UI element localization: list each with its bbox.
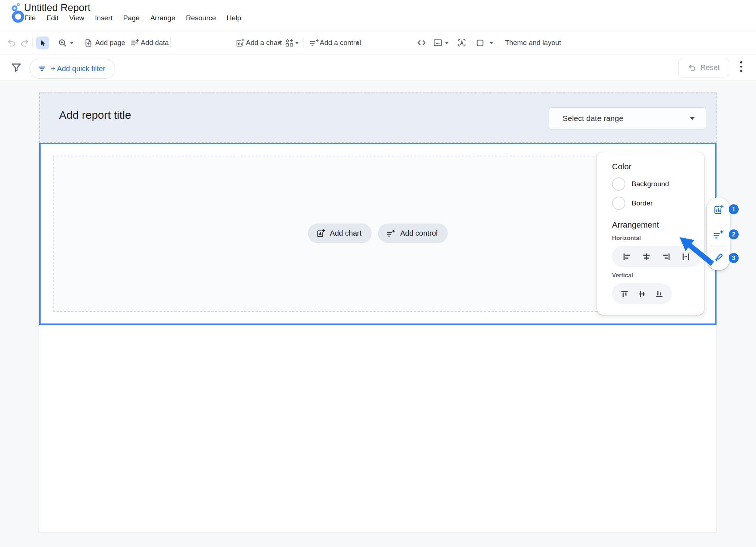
reset-undo-icon bbox=[688, 63, 697, 72]
background-label: Background bbox=[632, 180, 669, 188]
zoom-tool-icon[interactable] bbox=[58, 31, 68, 54]
vertical-align-group bbox=[612, 283, 672, 304]
date-range-label: Select date range bbox=[563, 114, 623, 123]
border-color-swatch[interactable] bbox=[612, 197, 625, 210]
report-canvas[interactable]: Add report title Select date range Add c… bbox=[0, 81, 756, 547]
image-caret-icon[interactable] bbox=[445, 31, 449, 54]
align-middle-icon[interactable] bbox=[637, 289, 647, 299]
add-chart-icon[interactable] bbox=[235, 31, 245, 54]
add-data-button[interactable]: Add data bbox=[141, 31, 169, 54]
undo-icon[interactable] bbox=[7, 31, 17, 54]
toolbar-divider bbox=[32, 38, 33, 48]
control-add-icon bbox=[386, 229, 395, 238]
background-color-swatch[interactable] bbox=[612, 177, 625, 191]
add-control-caret-icon[interactable] bbox=[355, 31, 360, 54]
add-page-icon[interactable] bbox=[84, 31, 93, 54]
date-range-control[interactable]: Select date range bbox=[549, 107, 706, 129]
add-a-chart-button[interactable]: Add a chart bbox=[246, 31, 282, 54]
arrangement-heading: Arrangement bbox=[612, 220, 704, 230]
text-icon[interactable] bbox=[457, 31, 467, 54]
redo-icon[interactable] bbox=[20, 31, 30, 54]
reset-label: Reset bbox=[700, 63, 719, 72]
toolbar-divider bbox=[499, 38, 499, 48]
report-title[interactable]: Untitled Report bbox=[24, 2, 90, 14]
toolbar-divider bbox=[170, 38, 171, 48]
align-center-horizontal-icon[interactable] bbox=[642, 252, 651, 262]
report-title-placeholder[interactable]: Add report title bbox=[59, 109, 131, 121]
menu-bar: File Edit View Insert Page Arrange Resou… bbox=[24, 14, 241, 22]
blue-arrow-cursor-icon bbox=[672, 231, 720, 269]
image-icon[interactable] bbox=[433, 31, 443, 54]
report-header-band[interactable]: Add report title Select date range bbox=[39, 93, 717, 143]
align-right-icon[interactable] bbox=[662, 252, 671, 262]
align-left-icon[interactable] bbox=[622, 252, 632, 262]
more-options-kebab-icon[interactable] bbox=[740, 61, 743, 72]
reset-button[interactable]: Reset bbox=[678, 58, 729, 77]
add-control-button[interactable]: Add control bbox=[378, 224, 448, 243]
menu-insert[interactable]: Insert bbox=[95, 14, 113, 22]
toolbar-divider bbox=[79, 38, 79, 48]
step-badge-1: 1 bbox=[729, 204, 739, 214]
cursor-icon bbox=[39, 39, 47, 47]
menu-view[interactable]: View bbox=[69, 14, 84, 22]
add-chart-caret-icon[interactable] bbox=[277, 31, 281, 54]
add-quick-filter-label: + Add quick filter bbox=[51, 65, 105, 73]
add-control-label: Add control bbox=[400, 229, 437, 238]
step-badge-3: 3 bbox=[729, 253, 739, 263]
add-quick-filter-button[interactable]: + Add quick filter bbox=[30, 59, 115, 79]
zoom-caret-icon[interactable] bbox=[70, 31, 74, 54]
filter-bar: + Add quick filter Reset bbox=[0, 55, 756, 80]
align-bottom-icon[interactable] bbox=[654, 289, 664, 299]
border-label: Border bbox=[632, 199, 653, 207]
vertical-label: Vertical bbox=[612, 272, 704, 279]
add-page-button[interactable]: Add page bbox=[95, 31, 125, 54]
shape-caret-icon[interactable] bbox=[489, 31, 494, 54]
filter-funnel-icon[interactable] bbox=[10, 62, 22, 73]
looker-studio-logo-icon[interactable] bbox=[10, 3, 25, 23]
menu-resource[interactable]: Resource bbox=[186, 14, 216, 22]
embed-code-icon[interactable] bbox=[416, 31, 427, 54]
add-a-control-button[interactable]: Add a control bbox=[320, 31, 361, 54]
add-chart-label: Add chart bbox=[330, 229, 362, 238]
community-visualizations-caret-icon[interactable] bbox=[295, 31, 299, 54]
menu-help[interactable]: Help bbox=[227, 14, 241, 22]
select-cursor-tool[interactable] bbox=[36, 37, 49, 49]
shape-icon[interactable] bbox=[475, 31, 485, 54]
chart-add-icon bbox=[316, 229, 325, 238]
quick-filter-icon bbox=[37, 64, 47, 73]
menu-arrange[interactable]: Arrange bbox=[150, 14, 175, 22]
chart-add-icon bbox=[713, 204, 724, 215]
align-top-icon[interactable] bbox=[620, 289, 629, 299]
toolbar-divider bbox=[125, 38, 125, 48]
step-badge-2: 2 bbox=[729, 229, 739, 239]
toolbar-divider bbox=[303, 38, 303, 48]
menu-page[interactable]: Page bbox=[123, 14, 140, 22]
add-control-icon[interactable] bbox=[309, 31, 319, 54]
background-color-row: Background bbox=[612, 177, 704, 191]
community-visualizations-icon[interactable] bbox=[285, 31, 294, 54]
theme-and-layout-button[interactable]: Theme and layout bbox=[505, 31, 561, 54]
toolbar-divider bbox=[365, 38, 365, 48]
menu-edit[interactable]: Edit bbox=[47, 14, 59, 22]
date-range-caret-icon bbox=[690, 117, 695, 120]
top-bar: Untitled Report File Edit View Insert Pa… bbox=[0, 0, 756, 31]
add-data-icon[interactable] bbox=[130, 31, 139, 54]
border-color-row: Border bbox=[612, 197, 704, 210]
color-heading: Color bbox=[612, 162, 704, 172]
add-chart-button[interactable]: Add chart bbox=[308, 224, 372, 243]
fab-add-chart-button[interactable] bbox=[713, 204, 724, 215]
menu-file[interactable]: File bbox=[24, 14, 36, 22]
toolbar: Add page Add data Add a chart Add a cont… bbox=[0, 31, 756, 54]
